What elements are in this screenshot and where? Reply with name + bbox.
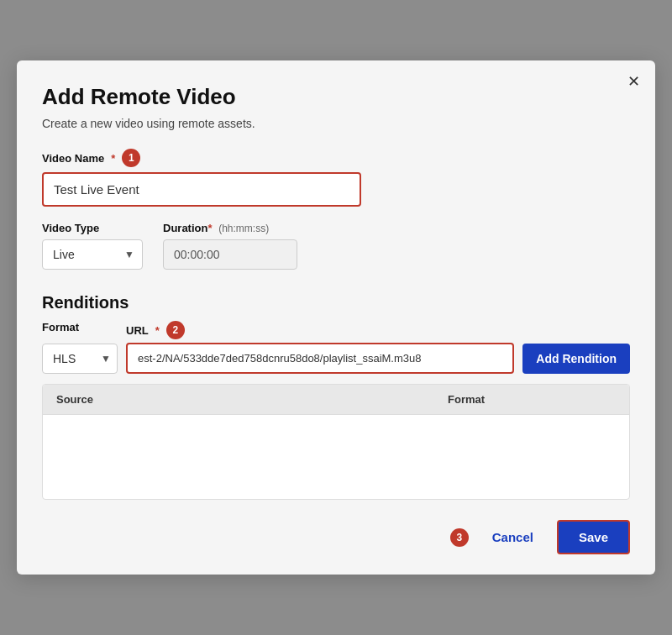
table-header: Source Format [43,385,629,415]
format-col-label: Format [42,321,118,339]
close-button[interactable]: ✕ [627,74,640,89]
duration-label: Duration* (hh:mm:ss) [163,222,297,234]
rendition-labels-row: Format URL * 2 [42,321,630,339]
save-button[interactable]: Save [557,520,630,554]
duration-input[interactable] [163,239,297,270]
duration-note: (hh:mm:ss) [218,223,269,234]
modal-overlay: ✕ Add Remote Video Create a new video us… [0,0,672,635]
video-name-label: Video Name* 1 [42,149,630,167]
duration-field-group: Duration* (hh:mm:ss) [163,222,297,270]
url-col-label: URL * 2 [126,321,630,339]
add-rendition-button[interactable]: Add Rendition [522,344,630,374]
renditions-section: Renditions Format URL * 2 HLS MP4 DASH [42,293,630,500]
video-type-label: Video Type [42,222,143,234]
video-type-field-group: Video Type Live VOD ▼ [42,222,143,270]
video-name-input[interactable] [42,172,361,207]
renditions-table: Source Format [42,384,630,500]
modal-subtitle: Create a new video using remote assets. [42,117,630,130]
type-duration-row: Video Type Live VOD ▼ Duration* (hh:mm:s… [42,222,630,270]
format-column-header: Format [448,393,616,406]
modal-container: ✕ Add Remote Video Create a new video us… [17,60,655,575]
table-body [43,415,629,499]
modal-footer: 3 Cancel Save [42,520,630,554]
video-type-select[interactable]: Live VOD [42,239,143,270]
step-1-badge: 1 [122,149,140,167]
modal-title: Add Remote Video [42,84,630,110]
source-column-header: Source [56,393,448,406]
step-2-badge: 2 [166,321,185,339]
step-3-badge: 3 [450,528,469,547]
rendition-input-row: HLS MP4 DASH ▼ Add Rendition [42,343,630,374]
format-select-wrapper: HLS MP4 DASH ▼ [42,344,118,374]
format-select[interactable]: HLS MP4 DASH [42,344,118,374]
url-input[interactable] [126,343,514,374]
cancel-button[interactable]: Cancel [482,523,543,551]
renditions-title: Renditions [42,293,630,312]
video-name-field-group: Video Name* 1 [42,149,630,207]
video-type-select-wrapper: Live VOD ▼ [42,239,143,270]
